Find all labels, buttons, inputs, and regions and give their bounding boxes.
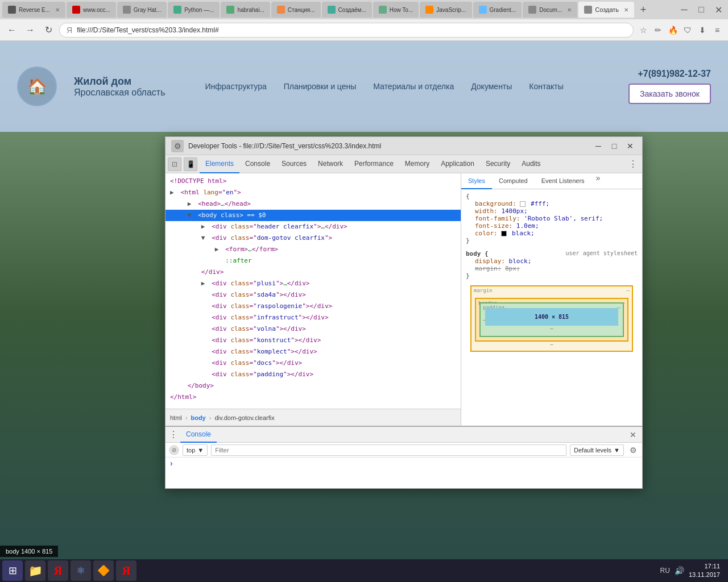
devtools-more-tabs-icon[interactable]: ⋮ <box>626 157 640 171</box>
devtools-inspect-icon[interactable]: ⊡ <box>168 157 181 171</box>
elem-padding[interactable]: <div class="padding"></div> <box>166 369 461 380</box>
css-rule-body-selector: body { user agent stylesheet <box>466 250 638 257</box>
reload-button[interactable]: ↻ <box>41 23 56 38</box>
back-button[interactable]: ← <box>5 23 19 38</box>
tab-gradient[interactable]: Gradient... <box>473 2 522 18</box>
elem-sda4a[interactable]: <div class="sda4a"></div> <box>166 289 461 301</box>
new-tab-button[interactable]: + <box>635 2 651 18</box>
site-title-line2: Ярославская область <box>74 88 166 98</box>
taskbar-atom-icon[interactable]: ⚛ <box>71 560 91 581</box>
fire-icon[interactable]: 🔥 <box>667 24 679 36</box>
tab-close[interactable]: ✕ <box>567 7 572 13</box>
tab-reversee[interactable]: Reverse E... ✕ <box>2 2 65 18</box>
devtools-maximize-btn[interactable]: □ <box>608 140 621 152</box>
tab-stanzia[interactable]: Станция... <box>271 2 321 18</box>
tab-application[interactable]: Application <box>435 155 480 173</box>
console-close-btn[interactable]: ✕ <box>627 429 639 440</box>
forward-button[interactable]: → <box>23 23 38 38</box>
nav-contacts[interactable]: Контакты <box>529 82 563 91</box>
tab-www[interactable]: www.occ... <box>67 2 116 18</box>
console-settings-icon[interactable]: ⚙ <box>627 444 639 456</box>
elem-docs[interactable]: <div class="docs"></div> <box>166 357 461 369</box>
console-context-dropdown[interactable]: top ▼ <box>183 444 208 456</box>
taskbar-yandex2-icon[interactable]: Я <box>116 560 136 581</box>
breadcrumb-body[interactable]: body <box>191 414 205 421</box>
elem-komplect[interactable]: <div class="komplect"></div> <box>166 346 461 357</box>
tab-sozdaem[interactable]: Создаём... <box>322 2 372 18</box>
elem-plusi[interactable]: ▶ <div class="plusi">…</div> <box>166 278 461 289</box>
elem-div-close1[interactable]: </div> <box>166 267 461 278</box>
elements-breadcrumb: html › body › div.dom-gotov.clearfix <box>166 409 461 426</box>
tab-sources[interactable]: Sources <box>276 155 312 173</box>
elem-konstruct[interactable]: <div class="konstruct"></div> <box>166 335 461 346</box>
minimize-browser-btn[interactable]: ─ <box>677 2 692 17</box>
devtools-device-icon[interactable]: 📱 <box>184 157 197 171</box>
console-levels-dropdown[interactable]: Default levels ▼ <box>570 444 624 456</box>
elem-body-selected[interactable]: ▼ <body class> == $0 <box>166 210 461 221</box>
site-title: Жилой дом Ярославская область <box>74 76 166 98</box>
nav-materials[interactable]: Материалы и отделка <box>373 82 454 91</box>
pencil-icon[interactable]: ✏ <box>652 24 664 36</box>
taskbar-vlc-icon[interactable]: 🔶 <box>93 560 114 581</box>
nav-planning[interactable]: Планировки и цены <box>284 82 357 91</box>
tab-habr[interactable]: habrahai... <box>221 2 270 18</box>
console-filter-input[interactable] <box>211 444 566 456</box>
console-tab[interactable]: Console <box>180 427 217 443</box>
tab-elements[interactable]: Elements <box>200 155 239 173</box>
taskbar-explorer-icon[interactable]: 📁 <box>25 560 46 581</box>
console-clear-btn[interactable]: ⊘ <box>169 445 179 455</box>
tab-audits[interactable]: Audits <box>516 155 546 173</box>
elem-after[interactable]: ::after <box>166 255 461 267</box>
css-brace-close1: } <box>466 237 638 244</box>
elem-head[interactable]: ▶ <head>…</head> <box>166 198 461 210</box>
nav-documents[interactable]: Документы <box>471 82 512 91</box>
console-menu-icon[interactable]: ⋮ <box>169 430 178 439</box>
devtools-settings-icon[interactable]: ⚙ <box>171 140 184 152</box>
elem-doctype[interactable]: <!DOCTYPE html> <box>166 176 461 187</box>
breadcrumb-html[interactable]: html <box>170 414 182 421</box>
elem-html-close[interactable]: </html> <box>166 392 461 403</box>
maximize-browser-btn[interactable]: □ <box>694 2 709 17</box>
tab-memory[interactable]: Memory <box>399 155 435 173</box>
tab-label: habrahai... <box>237 7 264 13</box>
bookmark-star-icon[interactable]: ☆ <box>637 24 650 36</box>
order-call-button[interactable]: Заказать звонок <box>628 84 711 104</box>
tab-network[interactable]: Network <box>312 155 349 173</box>
close-browser-btn[interactable]: ✕ <box>711 2 726 17</box>
tab-close[interactable]: ✕ <box>55 7 60 13</box>
elem-form[interactable]: ▶ <form>…</form> <box>166 244 461 255</box>
download-icon[interactable]: ⬇ <box>696 24 709 36</box>
elem-infrastruct[interactable]: <div class="infrastruct"></div> <box>166 312 461 323</box>
elem-volna[interactable]: <div class="volna"></div> <box>166 323 461 335</box>
taskbar-yandex-icon[interactable]: Я <box>48 560 68 581</box>
address-bar[interactable]: Я file:///D:/Site/Test_verst/css%203.3/i… <box>59 23 634 38</box>
nav-infrastructure[interactable]: Инфраструктура <box>205 82 267 91</box>
elem-domgotov[interactable]: ▼ <div class="dom-gotov clearfix"> <box>166 232 461 244</box>
tab-howto[interactable]: How To... <box>373 2 419 18</box>
elem-raspologenie[interactable]: <div class="raspologenie"></div> <box>166 301 461 312</box>
tab-sozdat[interactable]: Создать ✕ <box>578 2 634 18</box>
tab-event-listeners[interactable]: Event Listeners <box>535 173 592 189</box>
tab-docum[interactable]: Docum... ✕ <box>523 2 577 18</box>
tab-bar: Reverse E... ✕ www.occ... Gray Hat... Py… <box>0 0 728 19</box>
taskbar-start-button[interactable]: ⊞ <box>2 560 23 581</box>
tab-security[interactable]: Security <box>480 155 516 173</box>
tab-performance[interactable]: Performance <box>349 155 399 173</box>
css-prop-color: color: black; <box>466 230 638 237</box>
elem-html[interactable]: ▶ <html lang="en"> <box>166 187 461 198</box>
styles-more-tabs-icon[interactable]: » <box>594 173 603 189</box>
shield-icon[interactable]: 🛡 <box>681 24 694 36</box>
devtools-close-btn[interactable]: ✕ <box>624 140 636 152</box>
tab-grayhat[interactable]: Gray Hat... <box>117 2 167 18</box>
tab-styles[interactable]: Styles <box>461 173 492 189</box>
breadcrumb-div-domgotov[interactable]: div.dom-gotov.clearfix <box>214 414 274 421</box>
devtools-minimize-btn[interactable]: ─ <box>592 140 605 152</box>
elem-header-div[interactable]: ▶ <div class="header clearfix">…</div> <box>166 221 461 232</box>
tab-close[interactable]: ✕ <box>624 7 628 13</box>
tab-python[interactable]: Python —... <box>168 2 220 18</box>
tab-computed[interactable]: Computed <box>492 173 535 189</box>
tab-console[interactable]: Console <box>239 155 276 173</box>
tab-js[interactable]: JavaScrip... <box>420 2 471 18</box>
menu-icon[interactable]: ≡ <box>711 24 723 36</box>
elem-body-close[interactable]: </body> <box>166 380 461 392</box>
